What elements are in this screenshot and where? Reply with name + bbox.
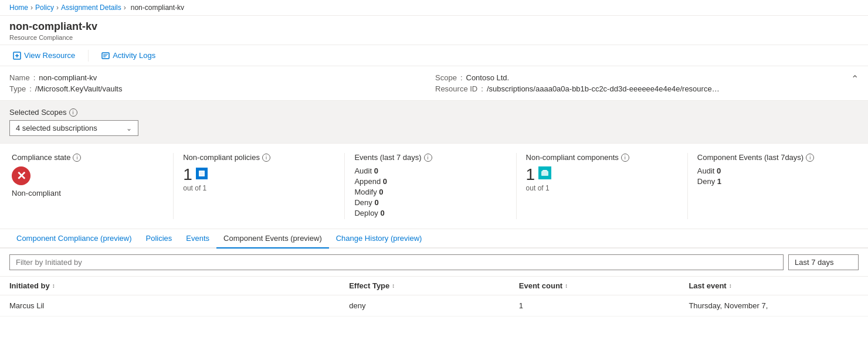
view-resource-label: View Resource xyxy=(24,51,75,60)
breadcrumb-policy[interactable]: Policy xyxy=(35,4,54,12)
compliance-state-label: Non-compliant xyxy=(12,189,164,198)
events-info-icon: i xyxy=(424,154,432,162)
table-container: Initiated by ↕ Effect Type ↕ Event count… xyxy=(0,277,868,316)
policies-count: 1 xyxy=(183,166,192,183)
col-event-count: Event count ↕ xyxy=(519,281,689,290)
col-effect-type: Effect Type ↕ xyxy=(349,281,519,290)
meta-name-label: Name xyxy=(9,73,30,82)
scope-info-icon: i xyxy=(69,108,77,117)
event-append: Append 0 xyxy=(354,177,506,186)
meta-scope-label: Scope xyxy=(435,73,457,82)
view-resource-button[interactable]: View Resource xyxy=(9,49,79,62)
stat-components-title: Non-compliant components i xyxy=(526,153,678,162)
activity-logs-icon xyxy=(101,52,110,60)
page-subtitle: Resource Compliance xyxy=(9,34,859,41)
scope-dropdown-value: 4 selected subscriptions xyxy=(16,124,97,132)
page-title: non-compliant-kv xyxy=(9,21,859,33)
breadcrumb-assignment-details[interactable]: Assignment Details xyxy=(61,4,121,12)
cell-event-count: 1 xyxy=(519,301,689,310)
event-modify: Modify 0 xyxy=(354,188,506,196)
breadcrumb-current: non-compliant-kv xyxy=(131,4,184,12)
policy-type-icon xyxy=(196,168,208,179)
sort-last-event-icon[interactable]: ↕ xyxy=(729,282,732,289)
policies-info-icon: i xyxy=(262,154,270,162)
activity-logs-label: Activity Logs xyxy=(113,51,155,60)
event-deny: Deny 0 xyxy=(354,198,506,207)
metadata-section: Name : non-compliant-kv Scope : Contoso … xyxy=(0,66,868,101)
components-out-of: out of 1 xyxy=(526,184,678,192)
meta-resource-id-label: Resource ID xyxy=(435,84,477,93)
page-header: non-compliant-kv Resource Compliance xyxy=(0,16,868,45)
tabs-bar: Component Compliance (preview) Policies … xyxy=(0,229,868,249)
table-header: Initiated by ↕ Effect Type ↕ Event count… xyxy=(0,277,868,295)
meta-type-row: Type : /Microsoft.KeyVault/vaults xyxy=(9,84,433,93)
scope-section: Selected Scopes i 4 selected subscriptio… xyxy=(0,101,868,144)
tab-change-history[interactable]: Change History (preview) xyxy=(329,229,429,249)
component-events-list: Audit 0 Deny 1 xyxy=(697,166,849,186)
stat-compliance-state: Compliance state i ✕ Non-compliant xyxy=(9,153,174,219)
toolbar: View Resource Activity Logs xyxy=(0,45,868,66)
tab-events[interactable]: Events xyxy=(179,229,216,249)
compliance-info-icon: i xyxy=(73,154,81,162)
non-compliant-icon: ✕ xyxy=(12,166,30,185)
time-filter-value: Last 7 days xyxy=(795,258,834,267)
stat-component-events-title: Component Events (last 7days) i xyxy=(697,153,849,162)
meta-scope-row: Scope : Contoso Ltd. xyxy=(435,73,859,82)
components-info-icon: i xyxy=(621,154,629,162)
stat-events-title: Events (last 7 days) i xyxy=(354,153,506,162)
filter-bar: Last 7 days xyxy=(0,249,868,277)
stat-policies-title: Non-compliant policies i xyxy=(183,153,335,162)
filter-input[interactable] xyxy=(9,254,784,270)
component-events-info-icon: i xyxy=(806,154,814,162)
components-count: 1 xyxy=(526,166,535,183)
svg-rect-3 xyxy=(541,171,548,176)
scope-label: Selected Scopes i xyxy=(9,108,859,117)
stat-events: Events (last 7 days) i Audit 0 Append 0 … xyxy=(345,153,516,219)
cell-last-event: Thursday, November 7, xyxy=(689,301,859,310)
selected-scopes-text: Selected Scopes xyxy=(9,108,67,117)
meta-resource-id-value: /subscriptions/aaaa0a0a-bb1b-cc2c-dd3d-e… xyxy=(487,84,721,93)
view-resource-icon xyxy=(13,52,21,60)
sort-effect-type-icon[interactable]: ↕ xyxy=(392,282,395,289)
meta-type-value: /Microsoft.KeyVault/vaults xyxy=(35,84,123,93)
component-type-icon xyxy=(538,166,551,179)
breadcrumb-home[interactable]: Home xyxy=(9,4,28,12)
meta-name-value: non-compliant-kv xyxy=(39,73,97,82)
stat-non-compliant-policies: Non-compliant policies i 1 out of 1 xyxy=(174,153,345,219)
component-event-audit: Audit 0 xyxy=(697,166,849,175)
sort-event-count-icon[interactable]: ↕ xyxy=(565,282,568,289)
stat-non-compliant-components: Non-compliant components i 1 out of 1 xyxy=(517,153,688,219)
collapse-button[interactable]: ⌃ xyxy=(851,73,859,84)
activity-logs-button[interactable]: Activity Logs xyxy=(98,49,159,62)
cell-initiated-by: Marcus Lil xyxy=(9,301,349,310)
col-last-event: Last event ↕ xyxy=(689,281,859,290)
stat-compliance-title: Compliance state i xyxy=(12,153,164,162)
tab-component-compliance[interactable]: Component Compliance (preview) xyxy=(9,229,139,249)
policies-out-of: out of 1 xyxy=(183,184,335,192)
table-row: Marcus Lil deny 1 Thursday, November 7, xyxy=(0,295,868,316)
sort-initiated-by-icon[interactable]: ↕ xyxy=(52,282,55,289)
meta-scope-value: Contoso Ltd. xyxy=(466,73,510,82)
chevron-down-icon: ⌄ xyxy=(126,124,132,132)
cell-effect-type: deny xyxy=(349,301,519,310)
meta-resource-id-row: Resource ID : /subscriptions/aaaa0a0a-bb… xyxy=(435,84,859,93)
toolbar-divider xyxy=(88,50,89,62)
events-list: Audit 0 Append 0 Modify 0 Deny 0 Deploy … xyxy=(354,166,506,217)
event-deploy: Deploy 0 xyxy=(354,209,506,217)
event-audit: Audit 0 xyxy=(354,166,506,175)
breadcrumb: Home › Policy › Assignment Details › non… xyxy=(0,0,868,16)
meta-name-row: Name : non-compliant-kv xyxy=(9,73,433,82)
time-filter-dropdown[interactable]: Last 7 days xyxy=(788,254,859,270)
component-event-deny: Deny 1 xyxy=(697,177,849,186)
stat-component-events: Component Events (last 7days) i Audit 0 … xyxy=(688,153,859,219)
stats-section: Compliance state i ✕ Non-compliant Non-c… xyxy=(0,144,868,229)
scope-dropdown[interactable]: 4 selected subscriptions ⌄ xyxy=(9,120,138,136)
tab-component-events[interactable]: Component Events (preview) xyxy=(216,229,329,249)
col-initiated-by: Initiated by ↕ xyxy=(9,281,349,290)
tab-policies[interactable]: Policies xyxy=(139,229,179,249)
meta-type-label: Type xyxy=(9,84,26,93)
